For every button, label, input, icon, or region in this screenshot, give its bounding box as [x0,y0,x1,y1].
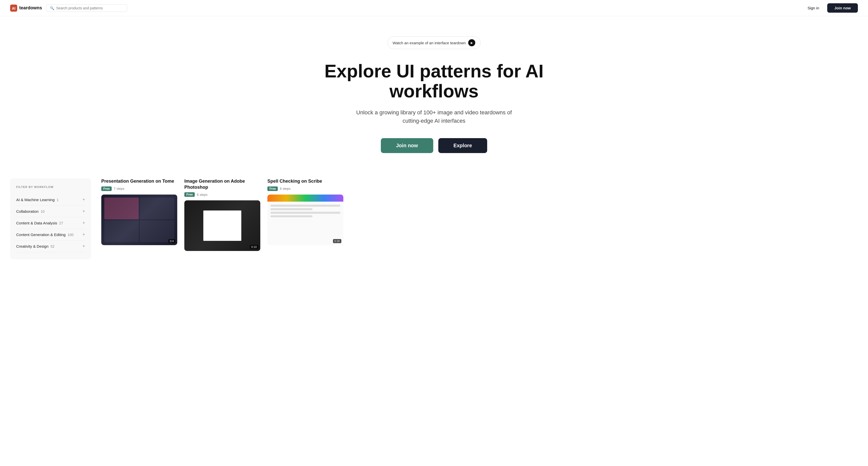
product-card[interactable]: Image Generation on Adobe Photoshop Free… [184,178,260,259]
filter-item-count: 1 [57,198,59,202]
filter-item[interactable]: Content Generation & Editing 100 + [16,229,85,241]
logo-text: teardowns [19,5,42,11]
hero-section: Watch an example of an interface teardow… [0,16,868,168]
cards-section: Presentation Generation on Tome Free 7 s… [101,178,868,259]
scribe-line [271,205,340,207]
tome-cell [104,198,139,219]
navbar: AI teardowns 🔍 Sign in Join now [0,0,868,16]
watch-pill-button[interactable]: Watch an example of an interface teardow… [388,36,481,49]
tome-cell [140,220,174,242]
card-title: Presentation Generation on Tome [101,178,177,184]
filter-item-left: Collaboration 10 [16,209,44,213]
filter-section-title: FILTER BY WORKFLOW [16,186,85,189]
filter-item-name: Content & Data Analysis [16,221,57,225]
tome-cell [140,198,174,219]
scribe-line [271,208,312,210]
product-card[interactable]: Presentation Generation on Tome Free 7 s… [101,178,177,259]
search-box: 🔍 [46,4,127,12]
scribe-line [271,215,312,217]
sign-in-button[interactable]: Sign in [804,4,822,12]
steps-text: 7 steps [114,187,124,191]
tome-grid [101,195,177,245]
explore-hero-button[interactable]: Explore [438,138,487,153]
search-icon: 🔍 [50,6,54,10]
filter-item-name: Content Generation & Editing [16,232,66,237]
filter-plus-icon[interactable]: + [82,220,85,226]
filter-plus-icon[interactable]: + [82,209,85,214]
card-image[interactable]: 0:30 [268,195,343,245]
scribe-content [268,202,343,245]
filter-item[interactable]: AI & Machine Learning 1 + [16,194,85,206]
filter-item-name: Collaboration [16,209,38,213]
filter-item-count: 10 [40,209,44,213]
filter-item-left: Creativity & Design 52 [16,244,55,248]
svg-text:AI: AI [12,6,16,10]
card-duration: 0:4 [168,239,175,243]
card-image-inner: 0:4 [101,195,177,245]
photoshop-canvas [203,210,241,241]
lower-section: FILTER BY WORKFLOW AI & Machine Learning… [0,178,868,259]
filter-item[interactable]: Collaboration 10 + [16,206,85,217]
steps-text: 6 steps [280,187,290,191]
nav-right: Sign in Join now [804,3,858,13]
card-title: Spell Checking on Scribe [268,178,343,184]
card-image-inner: 0:10 [184,200,260,251]
cards-container: Presentation Generation on Tome Free 7 s… [101,178,343,259]
filter-item-count: 52 [51,244,55,248]
card-title: Image Generation on Adobe Photoshop [184,178,260,190]
filter-item-count: 100 [68,233,73,237]
card-duration: 0:30 [333,239,341,243]
filter-item-name: Creativity & Design [16,244,49,248]
nav-left: AI teardowns 🔍 [10,4,127,12]
card-meta: Free 7 steps [101,187,177,191]
join-now-hero-button[interactable]: Join now [381,138,433,153]
filter-item-left: AI & Machine Learning 1 [16,198,59,202]
tome-cell [104,220,139,242]
scribe-header-bar [268,195,343,202]
filter-plus-icon[interactable]: + [82,197,85,202]
filter-items-container: AI & Machine Learning 1 + Collaboration … [16,194,85,252]
watch-pill-label: Watch an example of an interface teardow… [393,41,466,45]
hero-subtitle: Unlock a growing library of 100+ image a… [348,108,520,125]
search-input[interactable] [56,6,123,10]
card-duration: 0:10 [250,245,258,249]
filter-plus-icon[interactable]: + [82,232,85,237]
card-meta: Free 6 steps [268,187,343,191]
filter-item-left: Content & Data Analysis 27 [16,221,63,225]
filter-item-count: 27 [59,221,63,225]
filter-item-left: Content Generation & Editing 100 [16,232,73,237]
product-card[interactable]: Spell Checking on Scribe Free 6 steps 0:… [268,178,343,259]
card-meta: Free 6 steps [184,192,260,197]
logo[interactable]: AI teardowns [10,5,42,12]
card-image[interactable]: 0:10 [184,200,260,251]
join-now-nav-button[interactable]: Join now [827,3,858,13]
card-image[interactable]: 0:4 [101,195,177,245]
filter-item-name: AI & Machine Learning [16,198,55,202]
hero-buttons: Join now Explore [381,138,487,153]
steps-text: 6 steps [197,193,207,197]
card-image-inner: 0:30 [268,195,343,245]
free-badge: Free [184,192,195,197]
filter-plus-icon[interactable]: + [82,244,85,249]
scribe-line [271,212,340,214]
logo-icon: AI [10,5,17,12]
free-badge: Free [268,187,278,191]
play-icon: ▶ [468,39,475,46]
filter-item[interactable]: Creativity & Design 52 + [16,241,85,252]
hero-title: Explore UI patterns for AI workflows [320,61,548,101]
filter-item[interactable]: Content & Data Analysis 27 + [16,217,85,229]
filter-sidebar: FILTER BY WORKFLOW AI & Machine Learning… [10,178,91,259]
free-badge: Free [101,187,112,191]
